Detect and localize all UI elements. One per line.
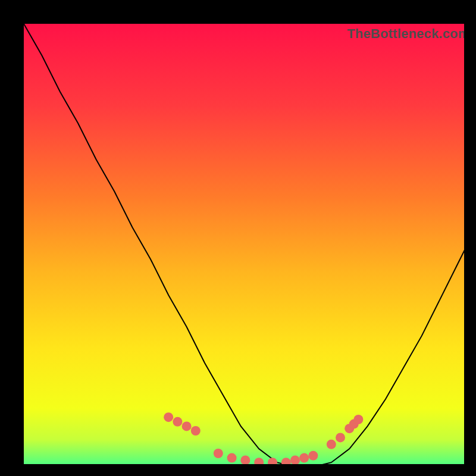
plot-area: TheBottleneck.com <box>24 24 464 464</box>
marker-point <box>173 417 182 427</box>
highlighted-points <box>164 412 363 464</box>
chart-frame: TheBottleneck.com <box>12 12 464 464</box>
marker-point <box>214 449 223 458</box>
watermark-label: TheBottleneck.com <box>347 26 464 42</box>
marker-point <box>327 440 336 449</box>
marker-point <box>353 415 363 424</box>
marker-point <box>308 451 318 461</box>
marker-point <box>227 453 237 463</box>
marker-point <box>299 453 309 463</box>
marker-point <box>182 421 192 431</box>
chart-svg <box>24 24 464 464</box>
marker-point <box>254 458 264 464</box>
marker-point <box>290 455 300 464</box>
bottleneck-curve <box>24 24 464 464</box>
marker-point <box>240 455 250 464</box>
marker-point <box>268 458 277 464</box>
marker-point <box>191 426 201 436</box>
marker-point <box>281 458 291 464</box>
marker-point <box>336 433 345 442</box>
marker-point <box>164 412 173 422</box>
